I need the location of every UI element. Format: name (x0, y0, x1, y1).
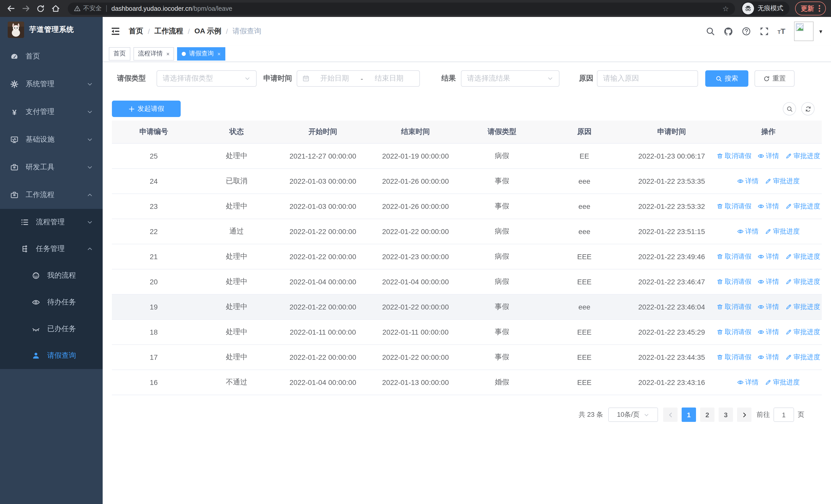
sidebar-item-leave-query[interactable]: 请假查询 (0, 342, 103, 369)
action-取消请假[interactable]: 取消请假 (717, 277, 751, 287)
action-取消请假[interactable]: 取消请假 (717, 151, 751, 161)
tab-首页[interactable]: 首页 (109, 47, 131, 60)
date-end-placeholder[interactable]: 结束日期 (364, 74, 414, 83)
sidebar-item-dev-tools[interactable]: 研发工具 (0, 153, 103, 181)
action-审批进度[interactable]: 审批进度 (765, 378, 800, 387)
page-size-select[interactable]: 10条/页 (608, 408, 658, 422)
action-详情[interactable]: 详情 (757, 202, 779, 211)
action-详情[interactable]: 详情 (757, 151, 779, 161)
action-审批进度[interactable]: 审批进度 (765, 227, 800, 236)
goto-page-input[interactable] (774, 408, 794, 422)
bookmark-star-icon[interactable]: ☆ (722, 4, 729, 12)
action-审批进度[interactable]: 审批进度 (785, 202, 820, 211)
action-详情[interactable]: 详情 (737, 227, 758, 236)
action-label: 取消请假 (725, 327, 751, 337)
action-详情[interactable]: 详情 (757, 252, 779, 261)
action-审批进度[interactable]: 审批进度 (785, 252, 820, 261)
action-审批进度[interactable]: 审批进度 (785, 302, 820, 312)
next-page-button[interactable] (737, 408, 751, 422)
breadcrumb-item[interactable]: OA 示例 (195, 27, 222, 36)
user-avatar[interactable] (794, 22, 813, 41)
action-取消请假[interactable]: 取消请假 (717, 202, 751, 211)
page-button-3[interactable]: 3 (719, 408, 733, 422)
action-取消请假[interactable]: 取消请假 (717, 302, 751, 312)
browser-update-button[interactable]: 更新 (795, 2, 826, 16)
column-header: 请假类型 (463, 127, 541, 137)
action-详情[interactable]: 详情 (757, 327, 779, 337)
page-button-1[interactable]: 1 (682, 408, 696, 422)
tab-请假查询[interactable]: 请假查询× (177, 47, 225, 60)
reason-label: 原因 (579, 74, 593, 83)
browser-menu-icon[interactable] (819, 5, 820, 12)
site-security[interactable]: 不安全 (74, 4, 102, 13)
help-icon[interactable] (742, 27, 751, 36)
sidebar-item-workflow[interactable]: 工作流程 (0, 181, 103, 209)
prev-page-button[interactable] (663, 408, 678, 422)
leave-type-select[interactable]: 请选择请假类型 (156, 70, 257, 87)
action-取消请假[interactable]: 取消请假 (717, 353, 751, 362)
action-审批进度[interactable]: 审批进度 (785, 277, 820, 287)
trash-icon (717, 304, 723, 310)
search-icon[interactable] (706, 27, 715, 36)
refresh-table-button[interactable] (801, 102, 814, 116)
pen-icon (765, 379, 771, 386)
sidebar-item-todo-tasks[interactable]: 待办任务 (0, 289, 103, 316)
reason-input[interactable]: 请输入原因 (597, 70, 698, 87)
browser-home-icon[interactable] (50, 3, 61, 14)
sidebar-item-done-tasks[interactable]: 已办任务 (0, 316, 103, 342)
table-row: 20处理中2022-01-04 00:00:002022-01-04 00:00… (112, 269, 822, 295)
page-button-2[interactable]: 2 (700, 408, 715, 422)
tab-流程详情[interactable]: 流程详情× (134, 47, 174, 60)
browser-back-icon[interactable] (5, 3, 17, 14)
fullscreen-icon[interactable] (760, 27, 769, 36)
action-审批进度[interactable]: 审批进度 (765, 177, 800, 186)
cell-start-time: 2022-01-04 00:00:00 (278, 278, 368, 286)
create-leave-button[interactable]: 发起请假 (112, 100, 181, 117)
action-详情[interactable]: 详情 (757, 277, 779, 287)
app-logo-row[interactable]: 芋道管理系统 (0, 17, 103, 42)
action-取消请假[interactable]: 取消请假 (717, 252, 751, 261)
action-label: 审批进度 (794, 302, 820, 312)
action-详情[interactable]: 详情 (757, 302, 779, 312)
search-button[interactable]: 搜索 (705, 70, 748, 87)
text-size-icon[interactable]: TT (778, 27, 785, 35)
sidebar-item-payment[interactable]: ¥支付管理 (0, 98, 103, 126)
screen: 不安全 dashboard.yudao.iocoder.cn/bpm/oa/le… (0, 0, 831, 504)
eye-icon (757, 153, 764, 159)
chevron-down-icon (87, 219, 93, 225)
action-详情[interactable]: 详情 (737, 378, 758, 387)
close-tab-icon[interactable]: × (218, 51, 221, 57)
breadcrumb-item[interactable]: 工作流程 (154, 27, 183, 36)
github-icon[interactable] (724, 27, 733, 36)
sidebar-collapse-icon[interactable] (110, 26, 121, 36)
cell-end-time: 2022-01-23 00:00:00 (368, 253, 463, 261)
action-详情[interactable]: 详情 (737, 177, 758, 186)
action-label: 详情 (766, 277, 779, 287)
sidebar-item-task-mgmt[interactable]: 任务管理 (0, 236, 103, 262)
action-取消请假[interactable]: 取消请假 (717, 327, 751, 337)
action-详情[interactable]: 详情 (757, 353, 779, 362)
breadcrumb-item[interactable]: 首页 (129, 27, 143, 36)
trash-icon (717, 329, 723, 335)
close-tab-icon[interactable]: × (166, 51, 170, 57)
sidebar-item-home[interactable]: 首页 (0, 42, 103, 70)
action-审批进度[interactable]: 审批进度 (785, 327, 820, 337)
result-select[interactable]: 请选择流结果 (461, 70, 560, 87)
date-start-placeholder[interactable]: 开始日期 (310, 74, 360, 83)
browser-forward-icon[interactable] (20, 3, 31, 14)
action-审批进度[interactable]: 审批进度 (785, 353, 820, 362)
reset-button[interactable]: 重置 (754, 70, 795, 87)
sidebar-item-infrastructure[interactable]: 基础设施 (0, 126, 103, 153)
cell-reason: EEE (541, 278, 628, 286)
address-bar[interactable]: 不安全 dashboard.yudao.iocoder.cn/bpm/oa/le… (68, 2, 735, 14)
search-icon (716, 75, 722, 82)
sidebar-item-my-process[interactable]: 我的流程 (0, 262, 103, 289)
user-menu-caret-icon[interactable]: ▼ (818, 28, 823, 34)
toggle-search-button[interactable] (783, 102, 796, 116)
sidebar-item-process-mgmt[interactable]: 流程管理 (0, 209, 103, 236)
tab-label: 流程详情 (138, 49, 163, 58)
action-审批进度[interactable]: 审批进度 (785, 151, 820, 161)
sidebar-item-system[interactable]: 系统管理 (0, 70, 103, 98)
browser-reload-icon[interactable] (35, 3, 46, 14)
apply-time-range-picker[interactable]: 开始日期 - 结束日期 (297, 70, 420, 87)
